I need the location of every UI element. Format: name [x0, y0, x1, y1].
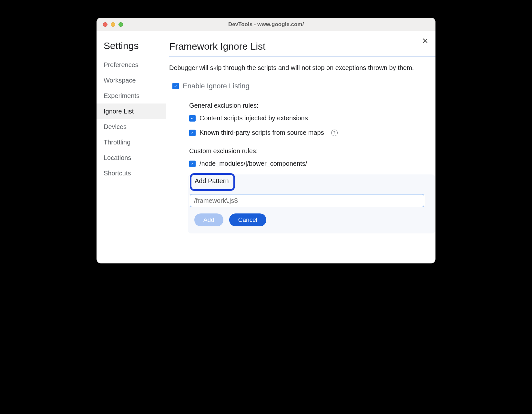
add-button[interactable]: Add [194, 213, 223, 226]
check-icon [190, 116, 195, 121]
button-row: Add Cancel [194, 213, 429, 226]
content-scripts-row: Content scripts injected by extensions [189, 114, 435, 122]
sidebar-item-preferences[interactable]: Preferences [97, 57, 166, 73]
third-party-label: Known third-party scripts from source ma… [200, 129, 324, 136]
sidebar-item-devices[interactable]: Devices [97, 119, 166, 134]
check-icon [190, 162, 195, 166]
close-window-button[interactable] [103, 22, 107, 27]
enable-ignore-listing-checkbox[interactable] [172, 83, 179, 89]
minimize-window-button[interactable] [111, 22, 115, 27]
sidebar-item-throttling[interactable]: Throttling [97, 134, 166, 150]
enable-ignore-listing-label: Enable Ignore Listing [183, 82, 250, 90]
add-pattern-label: Add Pattern [195, 177, 229, 185]
node-modules-checkbox[interactable] [189, 161, 196, 167]
sidebar: Settings Preferences Workspace Experimen… [97, 31, 166, 263]
close-icon[interactable]: ✕ [422, 37, 428, 45]
content-scripts-label: Content scripts injected by extensions [200, 114, 308, 122]
check-icon [190, 131, 195, 135]
cancel-button[interactable]: Cancel [229, 213, 266, 226]
sidebar-item-workspace[interactable]: Workspace [97, 73, 166, 88]
third-party-checkbox[interactable] [189, 130, 196, 136]
main-panel: Framework Ignore List Debugger will skip… [166, 31, 435, 263]
sidebar-item-experiments[interactable]: Experiments [97, 88, 166, 104]
titlebar: DevTools - www.google.com/ [97, 18, 435, 31]
sidebar-item-locations[interactable]: Locations [97, 150, 166, 165]
check-icon [173, 84, 178, 88]
window-title: DevTools - www.google.com/ [97, 21, 435, 28]
traffic-lights [97, 22, 123, 27]
add-pattern-panel: Add Pattern Add Cancel [188, 174, 435, 233]
highlight-callout: Add Pattern [190, 173, 235, 191]
maximize-window-button[interactable] [118, 22, 123, 27]
node-modules-label: /node_modules/|/bower_components/ [200, 160, 307, 167]
content-area: ✕ Settings Preferences Workspace Experim… [97, 31, 435, 263]
page-description: Debugger will skip through the scripts a… [169, 63, 435, 72]
page-title: Framework Ignore List [169, 41, 435, 57]
third-party-row: Known third-party scripts from source ma… [189, 129, 435, 136]
general-rules-label: General exclusion rules: [189, 102, 435, 109]
sidebar-title: Settings [97, 40, 166, 57]
devtools-window: DevTools - www.google.com/ ✕ Settings Pr… [97, 18, 435, 263]
sidebar-item-ignore-list[interactable]: Ignore List [97, 104, 166, 119]
pattern-input[interactable] [190, 194, 424, 207]
node-modules-row: /node_modules/|/bower_components/ [189, 160, 435, 167]
custom-rules-label: Custom exclusion rules: [189, 147, 435, 155]
help-icon[interactable]: ? [331, 130, 338, 136]
content-scripts-checkbox[interactable] [189, 115, 196, 122]
sidebar-item-shortcuts[interactable]: Shortcuts [97, 165, 166, 181]
enable-ignore-listing-row: Enable Ignore Listing [172, 82, 435, 90]
